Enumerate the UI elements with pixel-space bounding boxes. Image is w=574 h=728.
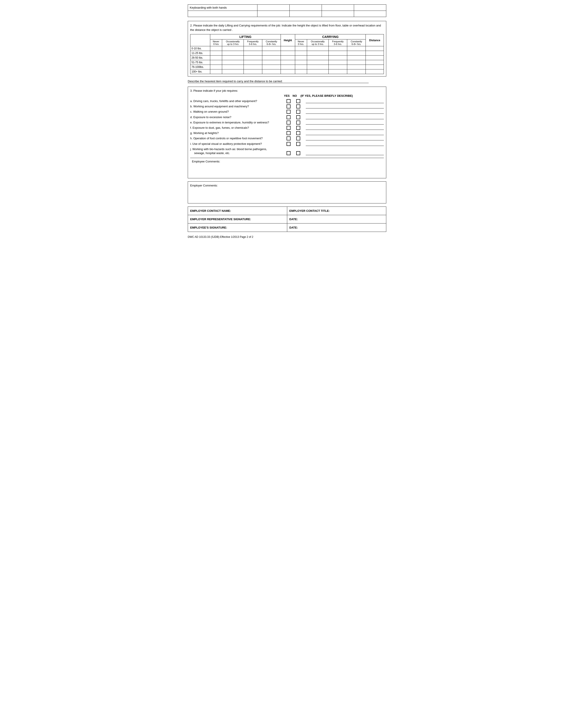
section3-box: 3. Please indicate if your job requires:…: [188, 87, 386, 178]
weight-11-25: 11-25 lbs.: [190, 51, 210, 55]
c-never-11-25: [295, 51, 307, 55]
keyboarding-empty-2: [257, 11, 289, 17]
l-freq-11-25: [244, 51, 262, 55]
checkbox-no-i[interactable]: [296, 142, 300, 146]
c-never-0-10: [295, 46, 307, 51]
question-j-describe: [306, 151, 384, 155]
checkbox-no-h[interactable]: [296, 136, 300, 140]
section2-title: 2. Please indicate the daily Lifting and…: [190, 24, 384, 32]
question-c-describe: [306, 110, 384, 114]
question-i-no-checkbox[interactable]: [294, 142, 302, 146]
height-76-100: [281, 65, 295, 70]
l-const-26-50: [262, 55, 281, 60]
checkbox-yes-a[interactable]: [287, 99, 291, 103]
checkbox-no-j[interactable]: [296, 151, 300, 155]
question-row-e: e. Exposure to extremes in temperature, …: [190, 121, 384, 125]
question-c-no-checkbox[interactable]: [294, 110, 302, 114]
question-g-no-checkbox[interactable]: [294, 131, 302, 135]
employer-date-label: DATE:: [287, 215, 386, 224]
height-11-25: [281, 51, 295, 55]
checkbox-no-d[interactable]: [296, 115, 300, 119]
yes-column-header: YES: [283, 94, 291, 97]
question-d-text: d. Exposure to excessive noise?: [190, 115, 283, 119]
table-row: 100+ lbs.: [190, 70, 384, 74]
keyboarding-empty-5: [354, 11, 386, 17]
question-d-no-checkbox[interactable]: [294, 115, 302, 119]
weight-26-50: 26-50 lbs.: [190, 55, 210, 60]
height-51-75: [281, 60, 295, 65]
sig-row-employee: EMPLOYEE'S SIGNATURE: DATE:: [188, 224, 386, 232]
checkbox-no-b[interactable]: [296, 104, 300, 108]
question-d-describe: [306, 115, 384, 119]
checkbox-yes-e[interactable]: [287, 121, 291, 125]
question-row-h: h. Operation of foot controls or repetit…: [190, 136, 384, 140]
question-e-yes-checkbox[interactable]: [285, 121, 292, 125]
question-f-yes-checkbox[interactable]: [285, 126, 292, 130]
keyboarding-empty-3: [289, 11, 322, 17]
checkbox-no-f[interactable]: [296, 126, 300, 130]
question-g-text: g. Working at heights?: [190, 131, 283, 135]
l-freq-0-10: [244, 46, 262, 51]
question-h-yes-checkbox[interactable]: [285, 136, 292, 140]
distance-header: Distance: [366, 34, 384, 46]
question-i-yes-checkbox[interactable]: [285, 142, 292, 146]
height-100plus: [281, 70, 295, 74]
checkbox-yes-g[interactable]: [287, 131, 291, 135]
checkbox-no-a[interactable]: [296, 99, 300, 103]
c-freq-51-75: [328, 60, 347, 65]
checkbox-no-c[interactable]: [296, 110, 300, 114]
l-freq-100plus: [244, 70, 262, 74]
checkbox-yes-j[interactable]: [287, 151, 291, 155]
question-j-no-checkbox[interactable]: [294, 151, 302, 155]
l-occ-0-10: [222, 46, 244, 51]
question-j-yes-checkbox[interactable]: [285, 151, 292, 155]
checkbox-yes-b[interactable]: [287, 104, 291, 108]
question-row-g: g. Working at heights?: [190, 131, 384, 135]
checkbox-yes-i[interactable]: [287, 142, 291, 146]
question-g-yes-checkbox[interactable]: [285, 131, 292, 135]
question-b-no-checkbox[interactable]: [294, 104, 302, 108]
c-const-11-25: [347, 51, 366, 55]
l-freq-26-50: [244, 55, 262, 60]
question-i-text: i. Use of special visual or auditory pro…: [190, 142, 283, 146]
weight-col-header: [190, 34, 210, 46]
question-e-text: e. Exposure to extremes in temperature, …: [190, 121, 283, 125]
question-f-no-checkbox[interactable]: [294, 126, 302, 130]
desc-column-header: (IF YES, PLEASE BRIEFLY DESCRIBE): [300, 94, 384, 97]
height-header: Height: [281, 34, 295, 46]
dist-11-25: [366, 51, 384, 55]
l-never-51-75: [210, 60, 222, 65]
checkbox-yes-f[interactable]: [287, 126, 291, 130]
height-0-10: [281, 46, 295, 51]
question-a-no-checkbox[interactable]: [294, 99, 302, 103]
table-row: 76-100lbs.: [190, 65, 384, 70]
question-h-no-checkbox[interactable]: [294, 136, 302, 140]
keyboarding-cell-3: [322, 5, 354, 11]
l-never-76-100: [210, 65, 222, 70]
section3-title: 3. Please indicate if your job requires:: [190, 89, 384, 92]
describe-value-line: [302, 80, 369, 83]
keyboarding-empty-4: [322, 11, 354, 17]
question-d-yes-checkbox[interactable]: [285, 115, 292, 119]
checkbox-yes-c[interactable]: [287, 110, 291, 114]
checkbox-no-e[interactable]: [296, 121, 300, 125]
carrying-group-header: CARRYING: [295, 34, 366, 39]
question-f-describe: [306, 126, 384, 130]
table-row: 0-10 lbs.: [190, 46, 384, 51]
carrying-never-header: Never0 hrs.: [295, 39, 307, 46]
weight-76-100: 76-100lbs.: [190, 65, 210, 70]
l-const-100plus: [262, 70, 281, 74]
checkbox-no-g[interactable]: [296, 131, 300, 135]
sig-row-contact: EMPLOYER CONTACT NAME: EMPLOYER CONTACT …: [188, 207, 386, 215]
question-c-yes-checkbox[interactable]: [285, 110, 292, 114]
section2-box: 2. Please indicate the daily Lifting and…: [188, 21, 386, 77]
question-e-no-checkbox[interactable]: [294, 121, 302, 125]
checkbox-yes-h[interactable]: [287, 136, 291, 140]
question-b-yes-checkbox[interactable]: [285, 104, 292, 108]
height-26-50: [281, 55, 295, 60]
question-j-text: j. Working with bio-hazards such as: blo…: [190, 147, 283, 155]
question-a-yes-checkbox[interactable]: [285, 99, 292, 103]
question-b-text: b. Working around equipment and machiner…: [190, 104, 283, 108]
checkbox-yes-d[interactable]: [287, 115, 291, 119]
employee-date-label: DATE:: [287, 224, 386, 232]
